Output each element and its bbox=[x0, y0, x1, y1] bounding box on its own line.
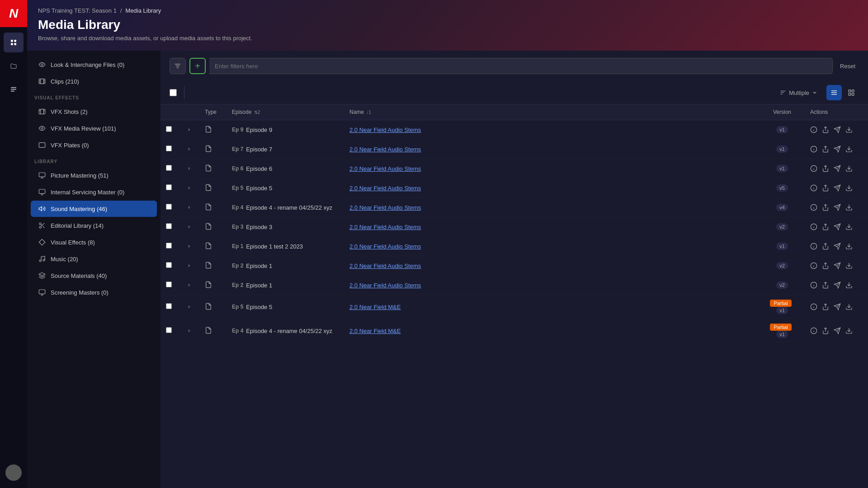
row-checkbox[interactable] bbox=[166, 184, 172, 190]
filter-icon-button[interactable] bbox=[170, 58, 186, 74]
sidebar-item-sound-mastering[interactable]: Sound Mastering (46) bbox=[31, 201, 157, 217]
share-icon[interactable] bbox=[822, 223, 829, 230]
send-icon[interactable] bbox=[834, 223, 841, 230]
sidebar-item-editorial-library[interactable]: Editorial Library (14) bbox=[31, 217, 157, 234]
th-type[interactable]: Type bbox=[199, 104, 226, 120]
sidebar-item-picture-mastering[interactable]: Picture Mastering (51) bbox=[31, 167, 157, 183]
user-avatar[interactable] bbox=[5, 465, 22, 481]
download-icon[interactable] bbox=[845, 327, 853, 334]
row-checkbox[interactable] bbox=[166, 165, 172, 171]
breadcrumb-project[interactable]: NPS Training TEST: Season 1 bbox=[38, 7, 117, 14]
send-icon[interactable] bbox=[834, 282, 841, 289]
row-checkbox[interactable] bbox=[166, 243, 172, 249]
share-icon[interactable] bbox=[822, 282, 829, 289]
info-icon[interactable] bbox=[810, 327, 817, 334]
download-icon[interactable] bbox=[845, 204, 853, 211]
sidebar-item-music[interactable]: Music (20) bbox=[31, 251, 157, 267]
info-icon[interactable] bbox=[810, 262, 817, 269]
send-icon[interactable] bbox=[834, 262, 841, 269]
send-icon[interactable] bbox=[834, 145, 841, 153]
nav-media-library[interactable] bbox=[4, 33, 24, 52]
download-icon[interactable] bbox=[845, 145, 853, 153]
download-icon[interactable] bbox=[845, 126, 853, 133]
filter-add-button[interactable]: + bbox=[189, 58, 206, 74]
info-icon[interactable] bbox=[810, 282, 817, 289]
sidebar-item-clips[interactable]: Clips (210) bbox=[31, 73, 157, 89]
expand-button[interactable] bbox=[184, 326, 194, 336]
download-icon[interactable] bbox=[845, 165, 853, 172]
download-icon[interactable] bbox=[845, 243, 853, 250]
share-icon[interactable] bbox=[822, 165, 829, 172]
list-view-button[interactable] bbox=[826, 85, 842, 100]
info-icon[interactable] bbox=[810, 184, 817, 192]
sidebar-item-vfx-plates[interactable]: VFX Plates (0) bbox=[31, 137, 157, 153]
asset-name-link[interactable]: 2.0 Near Field Audio Stems bbox=[349, 146, 421, 153]
row-checkbox[interactable] bbox=[166, 262, 172, 268]
row-checkbox[interactable] bbox=[166, 282, 172, 287]
share-icon[interactable] bbox=[822, 243, 829, 250]
select-all-checkbox[interactable] bbox=[170, 89, 177, 96]
send-icon[interactable] bbox=[834, 165, 841, 172]
asset-name-link[interactable]: 2.0 Near Field M&E bbox=[349, 328, 401, 334]
row-checkbox[interactable] bbox=[166, 145, 172, 151]
sort-control[interactable]: Multiple bbox=[776, 88, 821, 98]
nav-folder[interactable] bbox=[4, 56, 24, 76]
asset-name-link[interactable]: 2.0 Near Field Audio Stems bbox=[349, 204, 421, 211]
asset-name-link[interactable]: 2.0 Near Field Audio Stems bbox=[349, 243, 421, 250]
asset-name-link[interactable]: 2.0 Near Field Audio Stems bbox=[349, 185, 421, 192]
expand-button[interactable] bbox=[184, 144, 194, 154]
sidebar-item-internal-servicing[interactable]: Internal Servicing Master (0) bbox=[31, 184, 157, 200]
asset-name-link[interactable]: 2.0 Near Field M&E bbox=[349, 304, 401, 310]
send-icon[interactable] bbox=[834, 327, 841, 334]
info-icon[interactable] bbox=[810, 223, 817, 230]
th-episode[interactable]: Episode ⇅2 bbox=[226, 104, 344, 120]
sidebar-item-screening-masters[interactable]: Screening Masters (0) bbox=[31, 284, 157, 300]
sidebar-item-vfx-media-review[interactable]: VFX Media Review (101) bbox=[31, 120, 157, 136]
reset-button[interactable]: Reset bbox=[836, 61, 859, 71]
share-icon[interactable] bbox=[822, 327, 829, 334]
sidebar-item-visual-effects[interactable]: Visual Effects (8) bbox=[31, 234, 157, 250]
expand-button[interactable] bbox=[184, 261, 194, 271]
share-icon[interactable] bbox=[822, 204, 829, 211]
th-name[interactable]: Name ↓1 bbox=[344, 104, 760, 120]
expand-button[interactable] bbox=[184, 280, 194, 290]
send-icon[interactable] bbox=[834, 204, 841, 211]
expand-button[interactable] bbox=[184, 222, 194, 232]
share-icon[interactable] bbox=[822, 126, 829, 133]
info-icon[interactable] bbox=[810, 243, 817, 250]
send-icon[interactable] bbox=[834, 126, 841, 133]
info-icon[interactable] bbox=[810, 126, 817, 133]
asset-name-link[interactable]: 2.0 Near Field Audio Stems bbox=[349, 263, 421, 269]
sidebar-item-look-interchange[interactable]: Look & Interchange Files (0) bbox=[31, 56, 157, 73]
send-icon[interactable] bbox=[834, 184, 841, 192]
share-icon[interactable] bbox=[822, 184, 829, 192]
expand-button[interactable] bbox=[184, 202, 194, 212]
filter-input[interactable] bbox=[209, 58, 833, 74]
send-icon[interactable] bbox=[834, 303, 841, 310]
info-icon[interactable] bbox=[810, 145, 817, 153]
asset-name-link[interactable]: 2.0 Near Field Audio Stems bbox=[349, 127, 421, 133]
asset-name-link[interactable]: 2.0 Near Field Audio Stems bbox=[349, 282, 421, 289]
expand-button[interactable] bbox=[184, 164, 194, 174]
sidebar-item-vfx-shots[interactable]: VFX Shots (2) bbox=[31, 103, 157, 120]
info-icon[interactable] bbox=[810, 165, 817, 172]
download-icon[interactable] bbox=[845, 282, 853, 289]
row-checkbox[interactable] bbox=[166, 327, 172, 333]
info-icon[interactable] bbox=[810, 303, 817, 310]
share-icon[interactable] bbox=[822, 303, 829, 310]
download-icon[interactable] bbox=[845, 303, 853, 310]
row-checkbox[interactable] bbox=[166, 223, 172, 229]
sidebar-item-source-materials[interactable]: Source Materials (40) bbox=[31, 267, 157, 284]
expand-button[interactable] bbox=[184, 125, 194, 135]
download-icon[interactable] bbox=[845, 184, 853, 192]
share-icon[interactable] bbox=[822, 262, 829, 269]
netflix-logo[interactable]: N bbox=[0, 0, 27, 27]
row-checkbox[interactable] bbox=[166, 204, 172, 210]
info-icon[interactable] bbox=[810, 204, 817, 211]
row-checkbox[interactable] bbox=[166, 303, 172, 309]
send-icon[interactable] bbox=[834, 243, 841, 250]
expand-button[interactable] bbox=[184, 302, 194, 312]
share-icon[interactable] bbox=[822, 145, 829, 153]
row-checkbox[interactable] bbox=[166, 126, 172, 132]
download-icon[interactable] bbox=[845, 262, 853, 269]
